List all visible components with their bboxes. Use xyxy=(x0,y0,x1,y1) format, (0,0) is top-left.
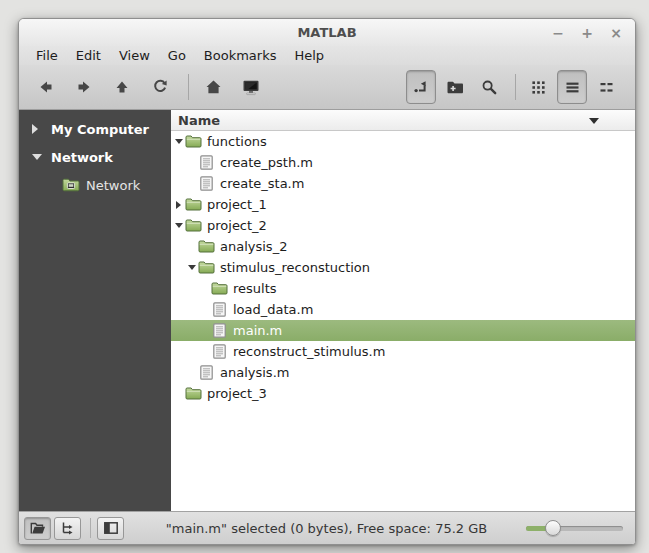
titlebar[interactable]: MATLAB − + × xyxy=(19,19,635,46)
file-row[interactable]: analysis_2 xyxy=(171,236,635,257)
menu-item[interactable]: Go xyxy=(159,46,195,65)
sidebar-item[interactable]: Network xyxy=(19,143,171,171)
file-name: project_1 xyxy=(207,197,267,212)
statusbar: "main.m" selected (0 bytes), Free space:… xyxy=(19,511,635,544)
file-name: analysis.m xyxy=(220,365,289,380)
up-icon xyxy=(114,79,130,95)
refresh-button[interactable] xyxy=(143,70,177,104)
file-row[interactable]: functions xyxy=(171,131,635,152)
show-treeview-button[interactable] xyxy=(54,517,81,540)
back-icon xyxy=(38,79,54,95)
file-row[interactable]: results xyxy=(171,278,635,299)
file-row[interactable]: create_sta.m xyxy=(171,173,635,194)
expander-icon[interactable] xyxy=(173,223,184,228)
folder-icon xyxy=(185,135,202,148)
file-name: reconstruct_stimulus.m xyxy=(233,344,385,359)
file-list: functions xyxy=(171,131,635,511)
expander-icon[interactable] xyxy=(173,201,184,209)
file-icon xyxy=(200,365,213,380)
file-row[interactable]: analysis.m xyxy=(171,362,635,383)
sidebar-item-label: Network xyxy=(51,150,113,165)
menu-item[interactable]: Help xyxy=(285,46,333,65)
folder-icon xyxy=(198,261,215,274)
file-name: load_data.m xyxy=(233,302,313,317)
expander-icon[interactable] xyxy=(173,139,184,144)
forward-icon xyxy=(76,79,92,95)
sidebar-expander-icon[interactable] xyxy=(32,154,48,160)
sidebar-item-label: My Computer xyxy=(51,122,149,137)
back-button[interactable] xyxy=(29,70,63,104)
menu-item[interactable]: Bookmarks xyxy=(195,46,286,65)
main-area: My Computer Network xyxy=(19,110,635,511)
sidebar-item-label: Network xyxy=(86,178,140,193)
sidebar-expander-icon[interactable] xyxy=(32,124,48,134)
file-name: functions xyxy=(207,134,267,149)
list-view-button[interactable] xyxy=(557,70,587,104)
file-name: project_2 xyxy=(207,218,267,233)
file-name: main.m xyxy=(233,323,282,338)
minimize-button[interactable]: − xyxy=(551,26,565,40)
toggle-location-entry-button[interactable] xyxy=(406,70,436,104)
window-controls: − + × xyxy=(551,19,623,46)
file-icon xyxy=(213,344,226,359)
file-pane: Name xyxy=(171,110,635,511)
compact-view-button[interactable] xyxy=(591,70,621,104)
compact-view-icon xyxy=(599,80,614,95)
file-name: results xyxy=(233,281,277,296)
search-button[interactable] xyxy=(474,70,504,104)
list-view-icon xyxy=(565,80,580,95)
refresh-icon xyxy=(152,79,168,95)
file-row[interactable]: project_2 xyxy=(171,215,635,236)
close-button[interactable]: × xyxy=(609,26,623,40)
folder-icon xyxy=(198,240,215,253)
toolbar-separator xyxy=(188,74,189,100)
icon-view-button[interactable] xyxy=(523,70,553,104)
forward-button[interactable] xyxy=(67,70,101,104)
sidebar-item[interactable]: My Computer xyxy=(19,115,171,143)
file-row[interactable]: project_3 xyxy=(171,383,635,404)
file-row[interactable]: create_psth.m xyxy=(171,152,635,173)
sidebar: My Computer Network xyxy=(19,110,171,511)
computer-button[interactable] xyxy=(234,70,268,104)
window-title: MATLAB xyxy=(297,25,356,40)
file-row[interactable]: project_1 xyxy=(171,194,635,215)
sidebar-item[interactable]: Network xyxy=(19,171,171,199)
menu-item[interactable]: Edit xyxy=(67,46,110,65)
file-icon xyxy=(200,155,213,170)
zoom-slider[interactable] xyxy=(526,520,623,536)
up-button[interactable] xyxy=(105,70,139,104)
name-column-header[interactable]: Name xyxy=(171,110,635,131)
folder-icon xyxy=(211,282,228,295)
folder-icon xyxy=(185,198,202,211)
network-folder-icon xyxy=(62,178,80,192)
status-text: "main.m" selected (0 bytes), Free space:… xyxy=(127,521,526,536)
folder-icon xyxy=(185,387,202,400)
column-dropdown-icon[interactable] xyxy=(589,118,599,124)
places-folder-icon xyxy=(30,521,46,535)
toolbar xyxy=(19,65,635,110)
menu-item[interactable]: File xyxy=(27,46,67,65)
statusbar-separator xyxy=(90,518,91,538)
search-icon xyxy=(481,79,497,95)
file-name: create_psth.m xyxy=(220,155,313,170)
maximize-button[interactable]: + xyxy=(580,26,594,40)
file-row[interactable]: main.m xyxy=(171,320,635,341)
toolbar-separator xyxy=(515,74,516,100)
file-row[interactable]: reconstruct_stimulus.m xyxy=(171,341,635,362)
menu-item[interactable]: View xyxy=(110,46,159,65)
zoom-slider-handle[interactable] xyxy=(545,520,561,536)
home-icon xyxy=(205,79,222,95)
computer-icon xyxy=(242,79,260,96)
new-folder-button[interactable] xyxy=(440,70,470,104)
home-button[interactable] xyxy=(196,70,230,104)
file-row[interactable]: load_data.m xyxy=(171,299,635,320)
file-row[interactable]: stimulus_reconstuction xyxy=(171,257,635,278)
file-name: analysis_2 xyxy=(220,239,287,254)
file-icon xyxy=(213,302,226,317)
show-places-button[interactable] xyxy=(24,517,51,540)
expander-icon[interactable] xyxy=(186,265,197,270)
file-name: create_sta.m xyxy=(220,176,304,191)
file-name: stimulus_reconstuction xyxy=(220,260,370,275)
folder-icon xyxy=(185,219,202,232)
hide-sidebar-button[interactable] xyxy=(97,517,124,540)
